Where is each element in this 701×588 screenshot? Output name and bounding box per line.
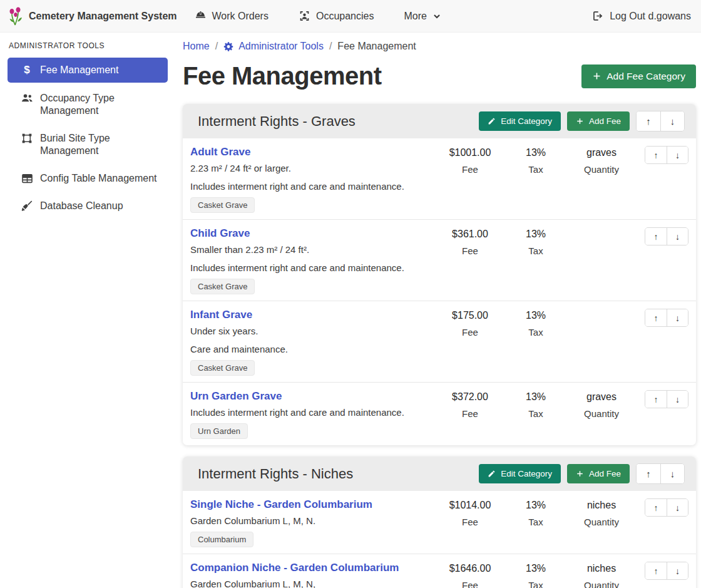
- move-category-up-button[interactable]: ↑: [637, 464, 660, 483]
- arrow-up-icon: ↑: [654, 566, 658, 576]
- move-fee-up-button[interactable]: ↑: [645, 228, 667, 245]
- breadcrumb-admin-tools-link[interactable]: Administrator Tools: [238, 41, 324, 52]
- arrow-down-icon: ↓: [675, 566, 680, 576]
- fee-amount: $1014.00: [436, 500, 504, 511]
- move-fee-down-button[interactable]: ↓: [667, 228, 688, 245]
- edit-category-button[interactable]: Edit Category: [479, 464, 561, 483]
- category-header: Interment Rights - Niches Edit Category …: [183, 456, 696, 491]
- arrow-down-icon: ↓: [670, 468, 675, 479]
- fee-info: Companion Niche - Garden Columbarium Gar…: [190, 562, 436, 588]
- move-fee-down-button[interactable]: ↓: [667, 391, 688, 408]
- fee-description: Includes interment right and care and ma…: [190, 262, 436, 273]
- users-icon: [20, 93, 34, 104]
- sidebar-item-burial-site-type-management[interactable]: Burial Site Type Management: [8, 126, 168, 163]
- fee-info: Adult Grave 2.23 m² / 24 ft² or larger. …: [190, 146, 436, 213]
- sidebar-item-occupancy-type-management[interactable]: Occupancy Type Management: [8, 86, 168, 123]
- tax-value: 13%: [504, 500, 567, 511]
- add-fee-button[interactable]: Add Fee: [567, 111, 630, 131]
- occupancy-badge-icon: [299, 10, 310, 22]
- fee-amount-cell: $1014.00 Fee: [436, 498, 504, 527]
- fee-description: Garden Columbarium L, M, N.: [190, 515, 436, 526]
- move-fee-up-button[interactable]: ↑: [645, 391, 667, 408]
- sidebar-heading: ADMINISTRATOR TOOLS: [8, 41, 168, 58]
- hard-hat-icon: [195, 10, 207, 22]
- fee-name-link[interactable]: Single Niche - Garden Columbarium: [190, 498, 372, 511]
- quantity-label: Quantity: [567, 408, 636, 419]
- nav-occupancies[interactable]: Occupancies: [299, 10, 374, 22]
- logout-icon: [591, 10, 603, 22]
- sidebar-item-label: Database Cleanup: [40, 200, 123, 212]
- chevron-down-icon: [432, 12, 441, 21]
- arrow-down-icon: ↓: [675, 232, 680, 242]
- arrow-down-icon: ↓: [675, 395, 680, 405]
- nav-work-orders[interactable]: Work Orders: [195, 10, 269, 22]
- arrow-down-icon: ↓: [675, 313, 680, 323]
- tax-cell: 13% Tax: [504, 498, 567, 527]
- move-fee-up-button[interactable]: ↑: [645, 147, 667, 163]
- move-fee-up-button[interactable]: ↑: [645, 309, 667, 326]
- category-title: Interment Rights - Graves: [198, 113, 473, 130]
- brand-title: Cemetery Management System: [29, 11, 177, 22]
- fee-type-badge: Casket Grave: [190, 197, 255, 213]
- fee-label: Fee: [436, 164, 504, 175]
- tax-value: 13%: [504, 147, 567, 158]
- move-fee-up-button[interactable]: ↑: [645, 499, 667, 516]
- pencil-icon: [488, 470, 496, 478]
- fee-amount-cell: $372.00 Fee: [436, 390, 504, 419]
- fee-row-companion-niche: Companion Niche - Garden Columbarium Gar…: [183, 554, 696, 588]
- plus-icon: [576, 117, 584, 125]
- edit-category-label: Edit Category: [501, 469, 552, 478]
- fee-amount-cell: $361.00 Fee: [436, 227, 504, 256]
- sidebar-item-fee-management[interactable]: $ Fee Management: [8, 58, 168, 83]
- fee-amount: $1001.00: [436, 147, 504, 158]
- sidebar-item-label: Fee Management: [40, 64, 118, 76]
- quantity-unit: niches: [567, 500, 636, 511]
- breadcrumb-current: Fee Management: [337, 41, 416, 52]
- breadcrumb-separator: /: [215, 41, 218, 52]
- quantity-cell: [567, 309, 636, 310]
- fee-amount-cell: $1646.00 Fee: [436, 562, 504, 588]
- move-fee-down-button[interactable]: ↓: [667, 562, 688, 579]
- fee-label: Fee: [436, 580, 504, 588]
- fee-info: Urn Garden Grave Includes interment righ…: [190, 390, 436, 439]
- fee-description: Smaller than 2.23 m² / 24 ft².: [190, 244, 436, 255]
- logout-button[interactable]: Log Out d.gowans: [591, 10, 691, 22]
- fee-row-single-niche: Single Niche - Garden Columbarium Garden…: [183, 491, 696, 554]
- add-fee-button[interactable]: Add Fee: [567, 464, 630, 483]
- tax-label: Tax: [504, 327, 567, 338]
- quantity-unit: graves: [567, 391, 636, 403]
- sidebar-item-config-table-management[interactable]: Config Table Management: [8, 167, 168, 190]
- move-category-down-button[interactable]: ↓: [660, 464, 684, 483]
- table-icon: [20, 173, 34, 184]
- fee-description: Care and maintenance.: [190, 344, 436, 354]
- fee-name-link[interactable]: Infant Grave: [190, 309, 252, 321]
- fee-name-link[interactable]: Urn Garden Grave: [190, 390, 282, 403]
- sidebar-item-database-cleanup[interactable]: Database Cleanup: [8, 194, 168, 218]
- arrow-up-icon: ↑: [646, 468, 651, 479]
- dollar-icon: $: [20, 64, 34, 76]
- arrow-up-icon: ↑: [654, 150, 658, 160]
- tulip-logo-icon: [8, 6, 24, 26]
- fee-row-urn-garden-grave: Urn Garden Grave Includes interment righ…: [183, 382, 696, 445]
- add-fee-category-button[interactable]: Add Fee Category: [581, 64, 696, 88]
- move-category-down-button[interactable]: ↓: [660, 111, 684, 131]
- edit-category-button[interactable]: Edit Category: [479, 111, 561, 131]
- move-category-up-button[interactable]: ↑: [637, 111, 660, 131]
- move-fee-down-button[interactable]: ↓: [667, 147, 688, 163]
- move-fee-down-button[interactable]: ↓: [667, 309, 688, 326]
- fee-name-link[interactable]: Child Grave: [190, 227, 250, 240]
- top-navbar: Cemetery Management System Work Orders: [0, 0, 701, 33]
- nav-more[interactable]: More: [404, 11, 441, 22]
- fee-name-link[interactable]: Companion Niche - Garden Columbarium: [190, 562, 399, 574]
- fee-description: Includes interment right and care and ma…: [190, 407, 436, 418]
- fee-info: Child Grave Smaller than 2.23 m² / 24 ft…: [190, 227, 436, 294]
- breadcrumb-home-link[interactable]: Home: [183, 41, 210, 52]
- fee-amount: $361.00: [436, 229, 504, 240]
- fee-description: Under six years.: [190, 326, 436, 336]
- fee-description: Garden Columbarium L, M, N,: [190, 579, 436, 588]
- fee-name-link[interactable]: Adult Grave: [190, 146, 250, 158]
- app-brand[interactable]: Cemetery Management System: [8, 6, 177, 26]
- move-fee-up-button[interactable]: ↑: [645, 562, 667, 579]
- move-fee-down-button[interactable]: ↓: [667, 499, 688, 516]
- breadcrumb: Home / Administrator Tools / Fee Managem…: [183, 41, 696, 52]
